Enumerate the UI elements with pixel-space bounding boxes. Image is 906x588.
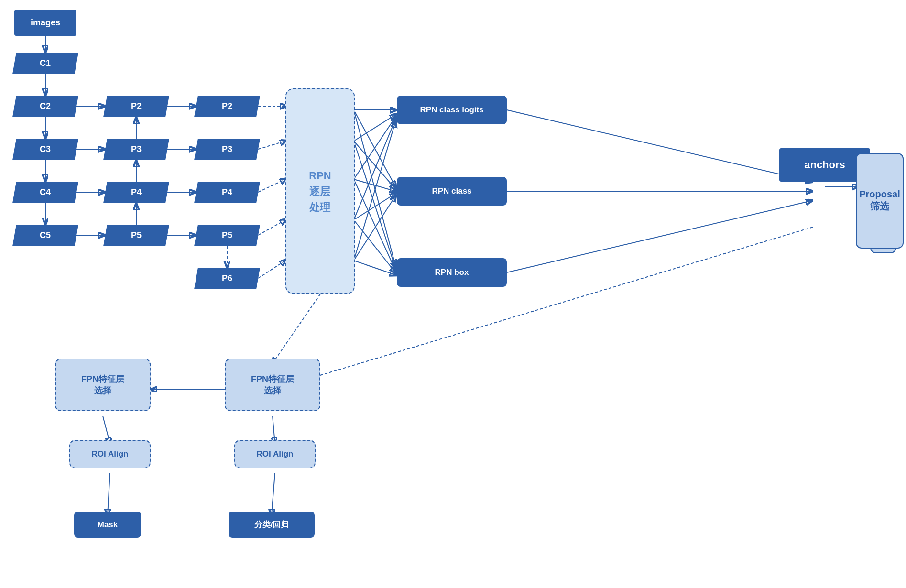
rpn-node: RPN逐层处理	[285, 88, 355, 294]
fpn-p5-col1-node: P5	[103, 225, 169, 246]
rpn-class-logits-node: RPN class logits	[397, 96, 507, 124]
svg-line-37	[507, 110, 811, 182]
svg-line-28	[354, 141, 395, 189]
fpn-p5-col2-node: P5	[194, 225, 260, 246]
roi-align-1-node: ROI Align	[69, 440, 151, 468]
svg-line-39	[507, 201, 811, 272]
svg-line-26	[354, 122, 395, 261]
svg-line-44	[272, 473, 275, 515]
c5-node: C5	[12, 225, 78, 246]
svg-line-25	[354, 120, 395, 220]
svg-line-35	[354, 220, 395, 272]
svg-line-29	[354, 179, 395, 191]
roi-align-2-node: ROI Align	[234, 440, 316, 468]
fpn-p3-col2-node: P3	[194, 139, 260, 160]
fpn-select-1-node: FPN特征层选择	[55, 359, 151, 411]
svg-line-32	[354, 110, 395, 265]
proposal-override-node: Proposal筛选	[856, 153, 904, 249]
svg-line-19	[258, 179, 285, 192]
mask-node: Mask	[74, 512, 141, 538]
c3-node: C3	[12, 139, 78, 160]
rpn-box-node: RPN box	[397, 258, 507, 287]
svg-line-23	[354, 115, 395, 141]
svg-line-27	[354, 110, 395, 186]
svg-line-43	[273, 416, 275, 443]
svg-line-47	[108, 473, 110, 515]
svg-line-24	[354, 117, 395, 179]
fpn-p6-col2-node: P6	[194, 268, 260, 289]
fpn-select-2-node: FPN特征层选择	[225, 359, 320, 411]
svg-line-20	[258, 220, 285, 235]
arrows-svg	[0, 0, 906, 588]
svg-line-36	[354, 261, 395, 275]
svg-line-33	[354, 141, 395, 268]
fpn-p2-col2-node: P2	[194, 96, 260, 117]
fpn-p4-col2-node: P4	[194, 182, 260, 203]
c2-node: C2	[12, 96, 78, 117]
fpn-p4-col1-node: P4	[103, 182, 169, 203]
svg-line-31	[354, 196, 395, 261]
classify-node: 分类/回归	[229, 512, 315, 538]
svg-line-42	[273, 294, 320, 363]
fpn-p3-col1-node: P3	[103, 139, 169, 160]
fpn-p2-col1-node: P2	[103, 96, 169, 117]
images-node: images	[14, 10, 76, 36]
rpn-class-node: RPN class	[397, 177, 507, 206]
diagram: images C1 C2 C3 C4 C5 P2 P3 P4 P5 P2 P3	[0, 0, 906, 588]
svg-line-21	[258, 261, 285, 278]
c4-node: C4	[12, 182, 78, 203]
svg-line-46	[103, 416, 110, 443]
svg-line-30	[354, 194, 395, 220]
svg-line-18	[258, 141, 285, 149]
svg-line-34	[354, 179, 395, 270]
c1-node: C1	[12, 53, 78, 74]
